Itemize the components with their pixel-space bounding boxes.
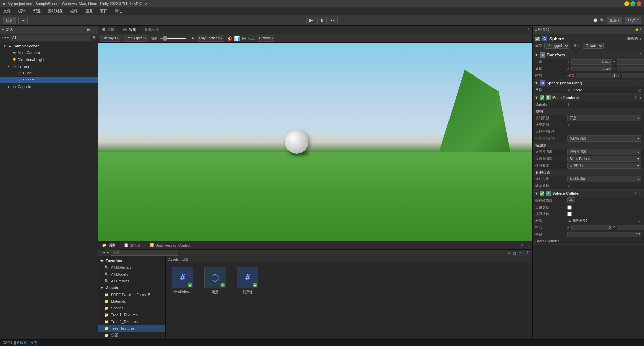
- hier-item-sphere[interactable]: ⬡ Sphere: [0, 77, 98, 83]
- static-dropdown[interactable]: ▾: [640, 37, 641, 41]
- menu-window[interactable]: 窗口: [99, 8, 109, 14]
- proj-tree1-textures[interactable]: 📁 Tree 1_Textures: [98, 311, 165, 318]
- material-select-icon[interactable]: ◎: [638, 219, 641, 223]
- hier-item-cube[interactable]: ⬡ Cube: [0, 70, 98, 77]
- display-selector[interactable]: Display 1 ▾: [100, 35, 121, 42]
- cloud-button[interactable]: ☁: [18, 17, 28, 24]
- light-probes-dropdown[interactable]: 混合探测器 ▾: [567, 149, 641, 155]
- proj-assets[interactable]: ▼ Assets: [98, 284, 165, 291]
- reflection-probes-dropdown[interactable]: Blend Probes ▾: [567, 156, 641, 162]
- bottom-toolbar-icon4[interactable]: ℹ: [523, 251, 525, 255]
- hierarchy-filter-icon[interactable]: ▾: [7, 36, 9, 40]
- mesh-renderer-header[interactable]: ▼ ⊠ Mesh Renderer ? ⋮: [533, 94, 644, 101]
- sphere-collider-header[interactable]: ▼ ⊙ Sphere Collider ? ⋮: [533, 190, 644, 197]
- filter-icon[interactable]: ▾: [107, 251, 109, 255]
- project-search-input[interactable]: [111, 250, 178, 256]
- mf-help-icon[interactable]: ?: [635, 81, 636, 85]
- radius-field[interactable]: [567, 232, 641, 237]
- hier-item-capsule[interactable]: ▶ ⬡ Capsule: [0, 83, 98, 90]
- proj-scenes-cn[interactable]: 📁 场景: [98, 332, 165, 339]
- proj-free-parallax[interactable]: 📁 FREE Parallax Forest Bac: [98, 291, 165, 298]
- object-active-toggle[interactable]: [535, 37, 540, 41]
- account-button[interactable]: 登录: [3, 17, 16, 24]
- hierarchy-lock-icon[interactable]: 🔒: [86, 28, 90, 31]
- provide-contacts-checkbox[interactable]: [567, 212, 572, 216]
- hierarchy-search-input[interactable]: [10, 35, 91, 41]
- mesh-select-icon[interactable]: ◎: [638, 88, 641, 92]
- layers-button[interactable]: 图层 ▾: [607, 17, 622, 24]
- tab-project[interactable]: 📁 项目: [98, 241, 120, 250]
- motion-vectors-dropdown[interactable]: 每对象运动 ▾: [567, 176, 641, 182]
- center-x-field[interactable]: [571, 225, 612, 230]
- menu-edit[interactable]: 编辑: [17, 8, 27, 14]
- maximize-button[interactable]: □: [630, 1, 635, 6]
- aspect-selector[interactable]: Free Aspect ▾: [123, 35, 148, 42]
- cast-shadows-dropdown[interactable]: 开启 ▾: [567, 115, 641, 121]
- asset-scene[interactable]: ⬡ + 场景: [202, 267, 229, 295]
- bottom-toolbar-icon1[interactable]: ⚙: [507, 251, 510, 255]
- tab-asset-store[interactable]: 资源商店: [140, 26, 163, 34]
- layout-button[interactable]: Layout: [625, 17, 641, 24]
- proj-materials[interactable]: 📁 Materials: [98, 298, 165, 305]
- menu-assets[interactable]: 资源: [32, 8, 42, 14]
- trigger-checkbox[interactable]: [567, 205, 572, 210]
- hier-item-main-camera[interactable]: 📷 Main Camera: [0, 49, 98, 56]
- add-hierarchy-button[interactable]: + ▾: [1, 36, 6, 40]
- hierarchy-search-icon[interactable]: 🔍: [92, 36, 96, 40]
- center-y-field[interactable]: [617, 225, 644, 230]
- hier-item-directional-light[interactable]: 💡 Directional Light: [0, 56, 98, 63]
- transform-settings-icon[interactable]: ⋮: [639, 53, 642, 57]
- mf-settings-icon[interactable]: ⋮: [639, 81, 642, 85]
- mesh-filter-header[interactable]: ▼ ⊞ Sphere (Mesh Filter) ? ⋮: [533, 79, 644, 87]
- resolution-icon[interactable]: ⊞: [242, 36, 246, 41]
- bottom-maximize-icon[interactable]: ⤢: [518, 243, 525, 247]
- bottom-menu-icon[interactable]: ⋮: [525, 243, 532, 247]
- mr-active-toggle[interactable]: [540, 95, 544, 100]
- breadcrumb-scenes[interactable]: 场景: [182, 257, 189, 262]
- hier-item-scene[interactable]: ▼ ◆ SampleScene* ⋮: [0, 43, 98, 49]
- bottom-toolbar-icon3[interactable]: ✏: [519, 251, 521, 255]
- proj-scenes[interactable]: 📁 Scenes: [98, 305, 165, 311]
- layer-selector[interactable]: Default: [583, 43, 604, 49]
- sound-icon[interactable]: 🔇: [226, 36, 232, 41]
- transform-header[interactable]: ▼ ⊕ Transform ? ⋮: [533, 51, 644, 59]
- view-menu-icon[interactable]: ⋮: [525, 28, 532, 31]
- edit-collider-button[interactable]: ✏: [567, 197, 575, 203]
- tag-selector[interactable]: Untagged: [544, 43, 569, 49]
- minimize-button[interactable]: −: [624, 1, 629, 6]
- menu-services[interactable]: 服务: [84, 8, 94, 14]
- menu-help[interactable]: 帮助: [114, 8, 124, 14]
- rotation-x-field[interactable]: [571, 66, 612, 71]
- position-y-field[interactable]: [617, 59, 644, 65]
- receive-gi-dropdown[interactable]: 光照探测器 ▾: [567, 135, 641, 142]
- bottom-toolbar-icon2[interactable]: 👥: [512, 251, 516, 255]
- pause-button[interactable]: ⏸: [317, 17, 327, 24]
- search-icon[interactable]: 🔍: [600, 18, 604, 22]
- proj-tree-textures[interactable]: 📁 Tree_Textures: [98, 325, 165, 332]
- scene-menu-icon[interactable]: ⋮: [95, 44, 98, 48]
- close-button[interactable]: ×: [637, 1, 641, 6]
- hierarchy-menu-icon[interactable]: ⋮: [92, 28, 96, 31]
- mr-help-icon[interactable]: ?: [635, 96, 636, 99]
- zoom-slider[interactable]: [159, 38, 186, 39]
- scale-x-field[interactable]: [576, 73, 617, 78]
- tab-console[interactable]: 📋 控制台: [120, 241, 145, 250]
- menu-file[interactable]: 文件: [2, 8, 12, 14]
- asset-new-behav[interactable]: # + NewBehav...: [169, 267, 196, 295]
- rotation-y-field[interactable]: [617, 66, 644, 71]
- menu-component[interactable]: 组件: [69, 8, 79, 14]
- proj-all-prefabs[interactable]: 🔍 All Prefabs: [98, 278, 165, 284]
- tab-version-control[interactable]: 🔀 Unity Version Control: [145, 241, 194, 250]
- step-button[interactable]: ⏭: [328, 17, 338, 24]
- inspector-lock-icon[interactable]: 🔒: [635, 28, 639, 31]
- anchor-dropdown[interactable]: 无 (变换) ▾: [567, 163, 641, 169]
- sc-settings-icon[interactable]: ⋮: [639, 192, 642, 195]
- tab-scene[interactable]: ⬢ 场景: [98, 26, 118, 34]
- position-x-field[interactable]: [571, 59, 612, 65]
- breadcrumb-assets[interactable]: Assets: [168, 258, 179, 261]
- proj-tree2-textures[interactable]: 📁 Tree 2_Textures: [98, 318, 165, 325]
- transform-help-icon[interactable]: ?: [635, 53, 636, 57]
- proj-all-materials[interactable]: 🔍 All Materials: [98, 264, 165, 271]
- sc-help-icon[interactable]: ?: [635, 192, 636, 195]
- proj-favorites[interactable]: ★ Favorites: [98, 257, 165, 264]
